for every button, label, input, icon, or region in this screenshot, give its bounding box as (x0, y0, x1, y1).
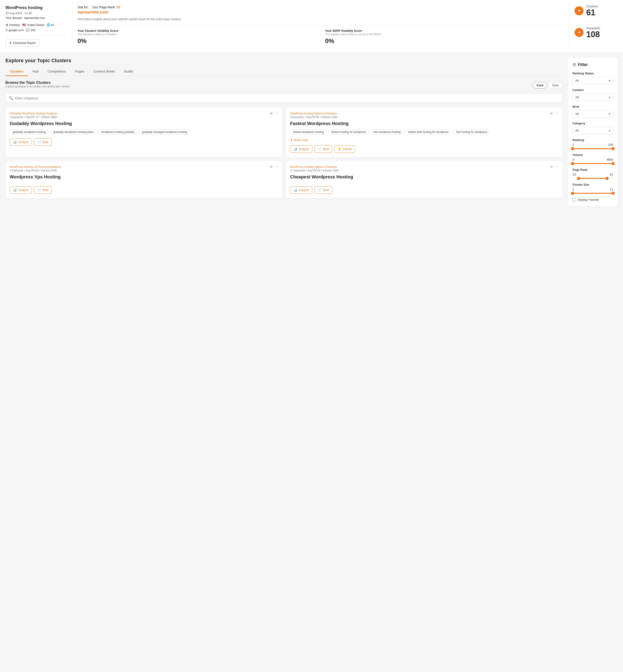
cluster-size-min: 1 (572, 188, 574, 191)
category-select[interactable]: All (572, 127, 613, 134)
clusters-vis-label: Your Clusters Visibility Score (78, 29, 316, 32)
tab-pages[interactable]: Pages (70, 67, 89, 76)
cluster-card: WordPress Hosting Options & Reviews 6 ke… (286, 107, 563, 157)
card-link[interactable]: GoDaddy WordPress Hosting Solutions (10, 112, 57, 115)
explore-title: Explore your Topic Clusters (5, 58, 563, 64)
stat-description: Find below insights about your website m… (78, 17, 564, 21)
volume-range: Volume 0 4850 (572, 153, 613, 164)
page-rank-thumb-right[interactable] (605, 177, 609, 180)
card-icons: 👁 ♡ (550, 165, 558, 169)
heart-icon[interactable]: ♡ (555, 165, 558, 169)
heart-icon[interactable]: ♡ (555, 112, 558, 116)
ranking-thumb-right[interactable] (612, 147, 615, 150)
filter-sidebar: ⚙ Filter Ranking Status All Content All … (568, 58, 618, 206)
volume-thumb-left[interactable] (571, 162, 574, 165)
keyword-tags: fastest wordpress hostingfastest hosting… (290, 129, 559, 135)
keyword-tag: fastest hosting for wordpress (328, 129, 369, 135)
card-view-button[interactable]: Card (533, 82, 547, 89)
ranking-min: 1 (572, 143, 574, 146)
tab-competitors[interactable]: Competitors (43, 67, 70, 76)
ranking-max: 100 (608, 143, 613, 146)
card-meta: GoDaddy WordPress Hosting Solutions 4 ke… (10, 112, 269, 119)
brief-icon: 📄 (37, 140, 41, 144)
eye-icon[interactable]: 👁 (269, 165, 273, 169)
content-select[interactable]: All (572, 93, 613, 101)
browse-row: Browse the Topic Clusters A good practic… (5, 81, 563, 90)
clusters-value: 61 (586, 8, 598, 17)
clusters-label: Clusters (586, 4, 598, 8)
browse-header: Browse the Topic Clusters A good practic… (5, 81, 70, 88)
tab-clusters[interactable]: Clusters (5, 67, 28, 76)
eye-icon[interactable]: 👁 (550, 112, 553, 116)
tabs-nav: ClustersHubCompetitorsPagesContent Brief… (5, 67, 563, 76)
category-filter: Category All (572, 122, 613, 134)
domain-label: Your domain: (5, 16, 23, 20)
volume-fill (572, 163, 613, 164)
card-link[interactable]: WordPress Hosting UK Recommendations (10, 165, 61, 169)
table-view-button[interactable]: Table (548, 82, 563, 89)
heart-icon[interactable]: ♡ (275, 112, 278, 116)
domain-link[interactable]: wpmarmite.com (78, 10, 120, 14)
cards-grid: GoDaddy WordPress Hosting Solutions 4 ke… (5, 107, 563, 198)
device-label: Desktop (9, 23, 20, 27)
cluster-size-max: 11 (610, 188, 613, 191)
analyze-button[interactable]: 📊 Analyze (290, 145, 312, 153)
page-rank-range: Page Rank 14 81 (572, 168, 613, 179)
filter-title: Filter (578, 62, 588, 67)
page-rank-track (572, 178, 613, 179)
category-label: Category (572, 122, 613, 125)
card-header: GoDaddy WordPress Hosting Solutions 4 ke… (10, 112, 278, 119)
cluster-size-fill (572, 193, 613, 194)
card-link[interactable]: WordPress Hosting Options & Reviews (290, 165, 337, 169)
display-fav-row: Display Favorite (572, 198, 613, 202)
volume-thumb-right[interactable] (612, 162, 615, 165)
analyze-button[interactable]: 📊 Analyze (290, 186, 312, 194)
ranking-thumb-left[interactable] (571, 147, 574, 150)
search-engine-label: google.com (8, 28, 24, 32)
analyze-icon: 📊 (294, 147, 297, 151)
card-header: WordPress Hosting Options & Reviews 6 ke… (290, 112, 559, 119)
tab-hub[interactable]: Hub (28, 67, 43, 76)
card-link[interactable]: WordPress Hosting Options & Reviews (290, 112, 337, 115)
tab-content-briefs[interactable]: Content Briefs (89, 67, 119, 76)
page-rank-value: 53 (117, 5, 120, 9)
display-fav-label[interactable]: Display Favorite (578, 198, 599, 202)
brief-icon: 📄 (37, 188, 41, 192)
country-item: 🇺🇸 United States (22, 23, 44, 27)
search-input[interactable] (15, 96, 559, 100)
card-meta-info: 4 keywords • Avg PR 60 • Volume 2200 (10, 169, 269, 172)
card-header: WordPress Hosting Options & Reviews 11 k… (290, 165, 559, 172)
clusters-vis-box: Your Clusters Visibility Score Your webs… (78, 29, 320, 44)
page-rank-thumb-left[interactable] (577, 177, 580, 180)
cluster-size-thumb-left[interactable] (571, 192, 574, 195)
intents-button[interactable]: 💡 Intents (334, 145, 355, 153)
download-report-button[interactable]: ⬇ Download Report (5, 39, 39, 47)
tab-audits[interactable]: Audits (119, 67, 138, 76)
brief-button[interactable]: 📄 Brief (34, 138, 52, 146)
keyword-tag: fast wordpress hosting (370, 129, 404, 135)
brief-button[interactable]: 📄 Brief (315, 186, 332, 194)
intents-icon: 💡 (338, 147, 342, 151)
flag-icon: 🇺🇸 (22, 23, 26, 27)
heart-icon[interactable]: ♡ (275, 165, 278, 169)
display-fav-checkbox[interactable] (572, 198, 576, 202)
ranking-status-select[interactable]: All (572, 77, 613, 84)
analyze-button[interactable]: 📊 Analyze (10, 186, 32, 194)
card-meta: WordPress Hosting UK Recommendations 4 k… (10, 165, 269, 172)
card-title: Fastest Wordpress Hosting (290, 121, 559, 126)
eye-icon[interactable]: 👁 (269, 112, 273, 116)
brief-button[interactable]: 📄 Brief (315, 145, 332, 153)
meta-row: 🖥 Desktop 🇺🇸 United States 🌐 en (5, 23, 66, 27)
left-info-card: WordPress hosting 20 Aug 2024 - 11:48 Yo… (0, 0, 72, 52)
page-rank-range-label: Page Rank (572, 168, 587, 172)
brief-button[interactable]: 📄 Brief (34, 186, 52, 194)
show-more-button[interactable]: ⬇ Show more (290, 138, 559, 142)
cluster-size-thumb-right[interactable] (612, 192, 615, 195)
stat-header: Stat for: Your Page Rank: 53 wpmarmite.c… (78, 5, 564, 14)
brief-select[interactable]: All (572, 110, 613, 118)
chat-icon: 💬 (26, 28, 30, 32)
analyze-button[interactable]: 📊 Analyze (10, 138, 32, 146)
content-area: Explore your Topic Clusters ClustersHubC… (5, 58, 563, 198)
eye-icon[interactable]: 👁 (550, 165, 553, 169)
view-toggle[interactable]: Card Table (533, 82, 563, 89)
